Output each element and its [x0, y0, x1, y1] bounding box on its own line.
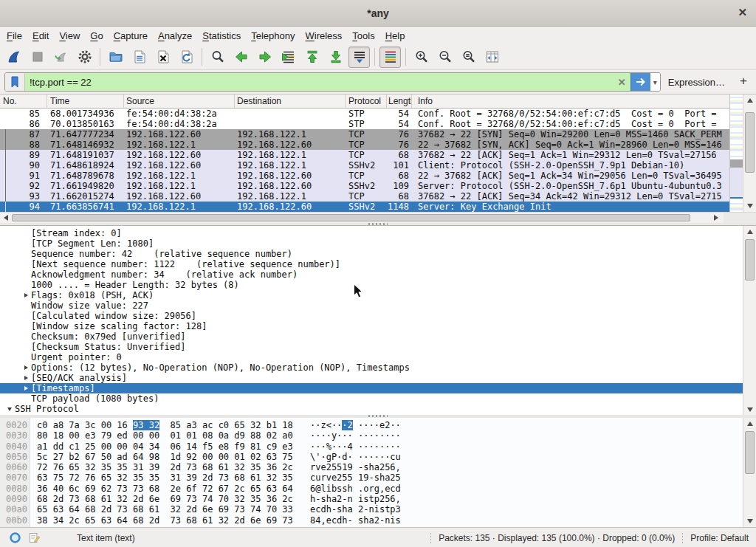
hex-row[interactable]: 0040a1 dd c1 25 00 00 04 34 06 14 f5 e8 … [0, 441, 756, 452]
apply-filter-button[interactable] [630, 73, 650, 91]
detail-line[interactable]: Sequence number: 42 (relative sequence n… [0, 249, 756, 259]
menu-help[interactable]: Help [380, 28, 410, 44]
menu-go[interactable]: Go [85, 28, 108, 44]
menu-wireless[interactable]: Wireless [300, 28, 348, 44]
expand-icon[interactable] [21, 386, 31, 391]
scrollbar-thumb[interactable] [745, 239, 755, 281]
zoom-in-button[interactable] [410, 47, 432, 68]
detail-line[interactable]: [Checksum Status: Unverified] [0, 342, 756, 352]
detail-line[interactable]: [Calculated window size: 29056] [0, 311, 756, 321]
detail-line[interactable]: [Stream index: 0] [0, 228, 756, 238]
menu-file[interactable]: File [1, 28, 27, 44]
auto-scroll-button[interactable] [348, 47, 370, 68]
scroll-up-icon[interactable] [743, 95, 756, 106]
zoom-original-button[interactable] [458, 47, 479, 68]
detail-line[interactable]: 1000 .... = Header Length: 32 bytes (8) [0, 280, 756, 290]
packet-row[interactable]: 8670.013850163fe:54:00:d4:38:2aSTP54Conf… [0, 119, 729, 129]
column-header-protocol[interactable]: Protocol [346, 94, 387, 108]
packet-row[interactable]: 8971.648191037192.168.122.60192.168.122.… [0, 150, 729, 160]
detail-line[interactable]: [Window size scaling factor: 128] [0, 321, 756, 331]
collapse-icon[interactable] [4, 407, 15, 411]
column-header-time[interactable]: Time [47, 94, 124, 108]
detail-line[interactable]: Acknowledgment number: 34 (relative ack … [0, 269, 756, 280]
detail-scrollbar[interactable] [743, 226, 756, 415]
bookmark-icon[interactable] [5, 73, 25, 91]
packet-list-hscrollbar[interactable] [0, 212, 724, 223]
save-file-button[interactable] [128, 47, 150, 68]
menu-capture[interactable]: Capture [109, 28, 153, 44]
detail-line[interactable]: Window size value: 227 [0, 300, 756, 311]
go-to-top-button[interactable] [301, 47, 323, 68]
column-header-destination[interactable]: Destination [235, 94, 346, 108]
hex-row[interactable]: 009068 2d 73 68 61 32 2d 6e 69 73 74 70 … [0, 494, 756, 504]
menu-statistics[interactable]: Statistics [197, 28, 246, 44]
hex-row[interactable]: 003080 18 00 e3 79 ed 00 00 01 01 08 0a … [0, 430, 756, 441]
scroll-down-icon[interactable] [743, 405, 756, 415]
zoom-out-button[interactable] [434, 47, 456, 68]
expression-button[interactable]: Expression… [668, 77, 725, 88]
scroll-up-icon[interactable] [743, 227, 756, 237]
detail-line[interactable]: [Timestamps] [0, 383, 756, 393]
clear-filter-icon[interactable]: ✕ [614, 73, 630, 91]
scroll-right-icon[interactable] [710, 213, 722, 223]
hex-row[interactable]: 008036 40 6c 69 62 73 73 68 2e 6f 72 67 … [0, 484, 756, 494]
colorize-button[interactable] [379, 47, 401, 68]
packet-row[interactable]: 9171.648789678192.168.122.1192.168.122.6… [0, 171, 729, 181]
column-header-no[interactable]: No. [0, 94, 47, 108]
find-packet-button[interactable] [207, 47, 228, 68]
filter-dropdown-caret-icon[interactable]: ▾ [650, 73, 660, 91]
go-forward-button[interactable] [254, 47, 275, 68]
go-to-packet-button[interactable] [278, 47, 299, 68]
stop-capture-button[interactable] [27, 47, 48, 68]
column-header-source[interactable]: Source [124, 94, 235, 108]
detail-line[interactable]: Flags: 0x018 (PSH, ACK) [0, 290, 756, 300]
display-filter-input[interactable]: !tcp.port == 22 ✕ ▾ [4, 72, 661, 92]
scroll-up-icon[interactable] [743, 419, 756, 429]
scroll-left-icon[interactable] [0, 213, 12, 223]
detail-line[interactable]: [Next sequence number: 1122 (relative se… [0, 259, 756, 269]
detail-line[interactable]: TCP payload (1080 bytes) [0, 393, 756, 404]
hex-row[interactable]: 006072 76 65 32 35 35 31 39 2d 73 68 61 … [0, 462, 756, 472]
packet-row[interactable]: 9071.648618924192.168.122.60192.168.122.… [0, 160, 729, 171]
menu-tools[interactable]: Tools [347, 28, 379, 44]
go-back-button[interactable] [230, 47, 252, 68]
packet-row[interactable]: 8871.648146932192.168.122.1192.168.122.6… [0, 140, 729, 150]
window-close-button[interactable]: ✕ [738, 6, 747, 19]
packet-row[interactable]: 9371.662015274192.168.122.60192.168.122.… [0, 191, 729, 202]
filter-text[interactable]: !tcp.port == 22 [25, 73, 614, 91]
capture-comment-icon[interactable] [27, 531, 41, 546]
expand-icon[interactable] [21, 293, 31, 297]
menu-telephony[interactable]: Telephony [246, 28, 300, 44]
detail-line[interactable]: Urgent pointer: 0 [0, 352, 756, 362]
capture-options-button[interactable] [74, 47, 95, 68]
packet-row[interactable]: 9471.663856741192.168.122.1192.168.122.6… [0, 202, 729, 212]
hex-row[interactable]: 007063 75 72 76 65 32 35 35 31 39 2d 73 … [0, 472, 756, 483]
packet-row[interactable]: 9271.661949820192.168.122.1192.168.122.6… [0, 181, 729, 191]
expand-icon[interactable] [21, 376, 31, 380]
open-file-button[interactable] [105, 47, 126, 68]
expert-info-icon[interactable] [7, 531, 22, 546]
column-header-info[interactable]: Info [412, 94, 729, 108]
hex-row[interactable]: 00505c 27 b2 67 50 ad 64 98 1d 92 00 00 … [0, 452, 756, 462]
scrollbar-thumb[interactable] [745, 431, 755, 474]
reload-file-button[interactable] [176, 47, 197, 68]
hex-row[interactable]: 00a065 63 64 68 2d 73 68 61 32 2d 6e 69 … [0, 504, 756, 515]
scrollbar-thumb[interactable] [745, 112, 755, 173]
hex-row[interactable]: 0020c0 a8 7a 3c 00 16 93 32 85 a3 ac c0 … [0, 420, 756, 430]
hex-row[interactable]: 00b038 34 2c 65 63 64 68 2d 73 68 61 32 … [0, 515, 756, 526]
resize-columns-button[interactable] [481, 47, 503, 68]
detail-line[interactable]: SSH Protocol [0, 404, 756, 414]
go-to-bottom-button[interactable] [325, 47, 346, 68]
scroll-down-icon[interactable] [743, 201, 756, 211]
bytes-scrollbar[interactable] [743, 418, 756, 527]
add-filter-button[interactable]: + [735, 74, 752, 90]
detail-line[interactable]: Options: (12 bytes), No-Operation (NOP),… [0, 362, 756, 373]
packet-list-scrollbar[interactable] [743, 94, 756, 212]
close-file-button[interactable] [152, 47, 173, 68]
profile-status[interactable]: Profile: Default [690, 533, 749, 543]
menu-analyze[interactable]: Analyze [153, 28, 197, 44]
detail-line[interactable]: [SEQ/ACK analysis] [0, 373, 756, 383]
scroll-down-icon[interactable] [743, 516, 756, 526]
expand-icon[interactable] [21, 365, 31, 370]
restart-capture-button[interactable] [50, 47, 72, 68]
